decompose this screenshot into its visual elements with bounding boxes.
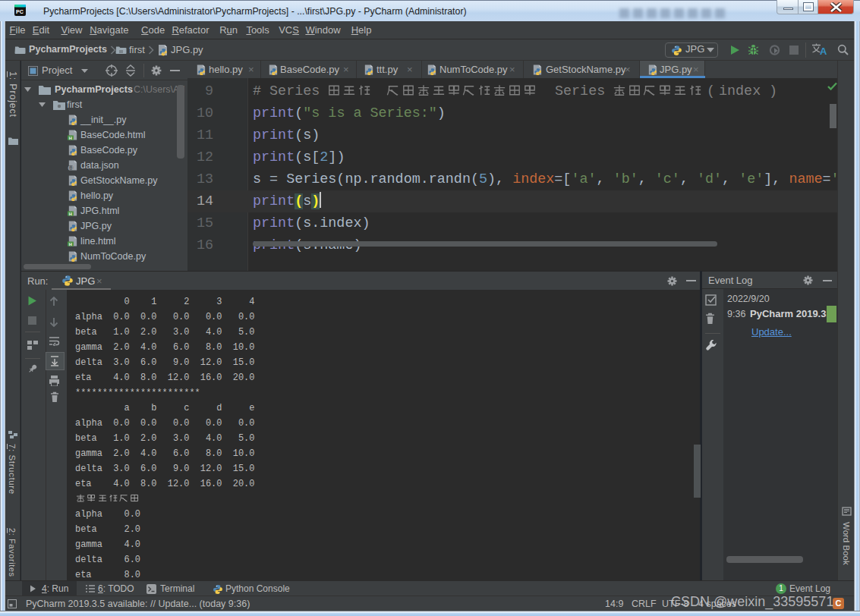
svg-text:PC: PC [16, 9, 24, 14]
